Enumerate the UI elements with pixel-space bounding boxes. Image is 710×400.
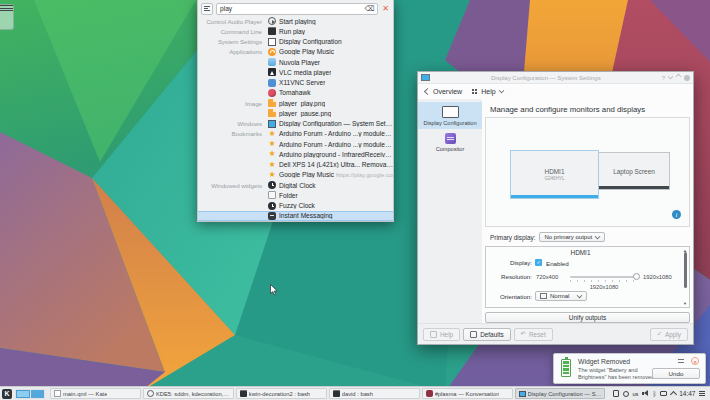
- task-manager: main.qml — Kate KDE5: sddm, kdecoration,…: [50, 388, 605, 399]
- result-row-bookmark-dell-xps[interactable]: Dell XPS 14 (L421x) Ultra... Removal and…: [198, 160, 393, 170]
- chevron-left-icon: [424, 88, 431, 95]
- sidebar-item-display-configuration[interactable]: Display Configuration: [418, 102, 482, 129]
- result-row-instant-messaging-selected[interactable]: Instant Messaging: [198, 211, 393, 221]
- clipboard-icon[interactable]: [613, 390, 619, 397]
- unify-outputs-button[interactable]: Unify outputs: [485, 312, 690, 323]
- result-row-folder[interactable]: Folder: [198, 190, 393, 200]
- panel-scrollbar[interactable]: ▲ ▼: [683, 249, 687, 305]
- task-kate[interactable]: main.qml — Kate: [50, 388, 141, 399]
- bookmark-star-icon: [268, 171, 276, 179]
- enabled-checkbox[interactable]: ✓: [535, 259, 542, 266]
- result-label: Nuvola Player: [279, 59, 320, 66]
- defaults-icon: [470, 331, 477, 338]
- checkmark-icon: ✓: [657, 330, 662, 338]
- result-row-nuvola-player[interactable]: Nuvola Player: [198, 57, 393, 67]
- result-row-bookmark-arduino-2[interactable]: Arduino Forum - Arduino ...y module (MCU…: [198, 139, 393, 149]
- resolution-label: Resolution:: [488, 273, 532, 280]
- scrollbar-thumb[interactable]: [684, 252, 687, 288]
- titlebar[interactable]: Display Configuration — System Settings …: [418, 72, 693, 84]
- result-row-display-config-window[interactable]: WindowsDisplay Configuration — System Se…: [198, 119, 393, 129]
- digital-clock[interactable]: 14:47: [679, 390, 695, 397]
- task-konversation[interactable]: #plasma — Konversation: [422, 388, 513, 399]
- task-display-configuration-active[interactable]: Display Configuration — System Se...: [515, 388, 606, 399]
- result-label: Arduino Forum - Arduino ...y module (MCU…: [279, 130, 393, 137]
- settings-main-pane: Manage and configure monitors and displa…: [482, 99, 693, 323]
- overview-back-button[interactable]: Overview: [425, 88, 462, 95]
- inactive-output-bar: [599, 186, 669, 189]
- result-row-start-playing[interactable]: Control Audio PlayerStart playing: [198, 16, 393, 26]
- primary-display-combobox[interactable]: No primary output: [539, 232, 605, 242]
- configure-notification-icon[interactable]: [678, 359, 684, 364]
- result-row-tomahawk[interactable]: Tomahawk: [198, 88, 393, 98]
- result-row-display-configuration[interactable]: System SettingsDisplay Configuration: [198, 37, 393, 47]
- monitor-box-hdmi1[interactable]: HDMI1 G246HYL: [510, 150, 599, 199]
- category-label: Applications: [198, 48, 268, 55]
- task-kwin-decoration-bash[interactable]: kwin-decoration2 : bash: [236, 388, 327, 399]
- notification-close-icon[interactable]: ✕: [691, 357, 699, 365]
- category-label: Windows: [198, 120, 268, 127]
- result-label: Tomahawk: [279, 89, 311, 96]
- display-tray-icon[interactable]: [660, 391, 667, 396]
- sidebar-item-compositor[interactable]: Compositor: [418, 129, 482, 156]
- status-circle-icon[interactable]: [623, 391, 629, 397]
- help-icon: [430, 331, 437, 338]
- result-row-player-play-png[interactable]: Imageplayer_play.png: [198, 98, 393, 108]
- result-label: Dell XPS 14 (L421x) Ultra... Removal and…: [279, 161, 393, 168]
- monitor-box-laptop-screen[interactable]: Laptop Screen: [598, 152, 670, 190]
- titlebar-help-icon[interactable]: ?: [662, 75, 665, 81]
- bookmark-star-icon: [268, 130, 276, 138]
- result-row-fuzzy-clock[interactable]: Fuzzy Clock: [198, 201, 393, 211]
- result-row-run-play[interactable]: Command LineRun play: [198, 26, 393, 36]
- category-label: Bookmarks: [198, 130, 268, 137]
- krunner-close-icon[interactable]: ✕: [381, 5, 390, 13]
- desktop-2-cell[interactable]: [31, 390, 45, 398]
- resolution-slider-track[interactable]: [570, 276, 638, 278]
- panel-toolbox-icon[interactable]: [699, 391, 705, 397]
- result-label: Folder: [279, 192, 298, 199]
- result-row-google-play-music[interactable]: ApplicationsGoogle Play Music: [198, 47, 393, 57]
- task-david-bash[interactable]: david : bash: [329, 388, 420, 399]
- result-url: https://play.google.com/music/...: [336, 172, 393, 178]
- result-row-player-pause-png[interactable]: player_pause.png: [198, 108, 393, 118]
- result-row-x11vnc[interactable]: X11VNC Server: [198, 78, 393, 88]
- orientation-label: Orientation:: [488, 293, 532, 300]
- result-row-bookmark-arduino-1[interactable]: BookmarksArduino Forum - Arduino ...y mo…: [198, 129, 393, 139]
- scroll-down-arrow[interactable]: ▼: [683, 302, 687, 305]
- category-label: Control Audio Player: [198, 18, 268, 25]
- monitor-icon: [442, 106, 459, 118]
- image-file-icon: [268, 109, 276, 117]
- titlebar-close-icon[interactable]: [684, 75, 690, 81]
- undo-button[interactable]: Undo: [652, 368, 700, 379]
- result-row-vlc[interactable]: VLC media player: [198, 67, 393, 77]
- help-menu-button[interactable]: Help: [472, 88, 503, 95]
- titlebar-minimize-icon[interactable]: [668, 74, 674, 80]
- desktop-1-cell[interactable]: [16, 390, 30, 398]
- desktop: { "krunner": { "query": "play", "rows": …: [0, 0, 710, 400]
- kate-icon: [54, 390, 61, 397]
- bookmark-star-icon: [268, 140, 276, 148]
- fuzzy-clock-icon: [268, 202, 276, 210]
- bluetooth-icon[interactable]: ᛒ: [653, 390, 657, 397]
- terminal-icon: [333, 390, 340, 397]
- titlebar-maximize-icon[interactable]: [676, 74, 682, 80]
- task-kde5[interactable]: KDE5: sddm, kdecoration, ksysgua...: [143, 388, 234, 399]
- clear-input-icon[interactable]: ⌫: [364, 5, 374, 12]
- keyboard-layout-indicator[interactable]: us: [632, 391, 638, 397]
- krunner-settings-button[interactable]: [201, 3, 213, 15]
- volume-icon[interactable]: [642, 390, 649, 397]
- resolution-slider-handle[interactable]: [633, 273, 640, 280]
- virtual-desktop-pager[interactable]: [15, 389, 45, 399]
- slider-tick-marks: [570, 280, 638, 282]
- result-label: Arduino Forum - Arduino ...y module (MCU…: [279, 141, 393, 148]
- info-icon[interactable]: i: [672, 210, 681, 219]
- result-row-bookmark-gpm[interactable]: Google Play Musichttps://play.google.com…: [198, 170, 393, 180]
- desktop-toolbox-button[interactable]: [0, 4, 14, 30]
- orientation-combobox[interactable]: Normal: [535, 291, 587, 301]
- result-row-bookmark-arduino-playground[interactable]: Arduino playground - InfraredReceivers: [198, 149, 393, 159]
- category-label: Command Line: [198, 28, 268, 35]
- defaults-button[interactable]: Defaults: [463, 328, 510, 341]
- application-launcher-button[interactable]: K: [2, 389, 12, 399]
- result-row-digital-clock[interactable]: Windowed widgetsDigital Clock: [198, 180, 393, 190]
- search-input[interactable]: play ⌫: [216, 3, 378, 15]
- tray-expander-icon[interactable]: [670, 391, 677, 398]
